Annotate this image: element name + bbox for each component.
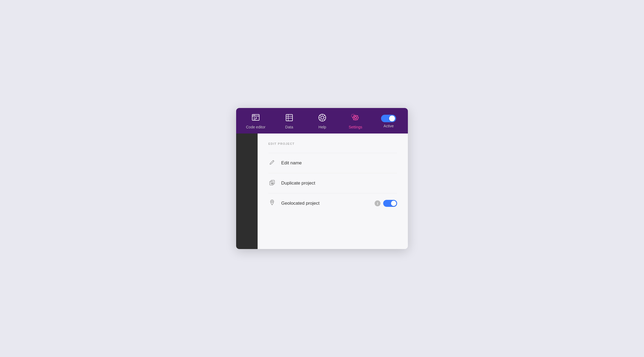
svg-line-20 (320, 119, 321, 120)
info-icon[interactable]: i (375, 200, 380, 206)
nav-label-help: Help (319, 125, 326, 129)
nav-label-data: Data (285, 125, 293, 129)
active-toggle-wrap: Active (376, 115, 401, 128)
nav-item-code-editor[interactable]: Code editor (243, 112, 268, 131)
svg-line-19 (323, 115, 325, 117)
svg-line-18 (323, 119, 325, 120)
geolocated-toggle[interactable] (383, 200, 397, 207)
nav-item-help[interactable]: Help (310, 112, 334, 131)
code-editor-icon (251, 113, 260, 123)
duplicate-project-label: Duplicate project (281, 181, 397, 186)
sidebar (236, 134, 258, 249)
svg-point-28 (271, 201, 273, 203)
menu-item-geolocated-project[interactable]: Geolocated project i (268, 193, 397, 213)
help-icon (318, 113, 327, 123)
geolocated-project-label: Geolocated project (281, 201, 369, 206)
app-window: Code editor Data (236, 108, 408, 249)
active-toggle-label: Active (383, 124, 394, 128)
menu-items: Edit name Duplicate project (268, 153, 397, 213)
svg-rect-7 (286, 114, 292, 121)
nav-label-code-editor: Code editor (246, 125, 265, 129)
pencil-icon (268, 159, 276, 167)
settings-icon (351, 113, 360, 123)
svg-rect-24 (271, 180, 275, 184)
location-icon (268, 199, 276, 207)
edit-name-label: Edit name (281, 160, 397, 166)
data-icon (285, 113, 294, 123)
geolocated-right: i (375, 200, 397, 207)
menu-item-edit-name[interactable]: Edit name (268, 153, 397, 173)
svg-line-23 (273, 160, 274, 161)
top-nav: Code editor Data (236, 108, 408, 134)
active-toggle[interactable] (381, 115, 396, 122)
nav-item-data[interactable]: Data (277, 112, 301, 131)
svg-point-22 (354, 117, 357, 119)
duplicate-icon (268, 179, 276, 187)
svg-point-12 (321, 116, 324, 119)
nav-label-settings: Settings (349, 125, 362, 129)
nav-item-settings[interactable]: Settings (343, 112, 368, 131)
app-body: EDIT PROJECT Edit name (236, 134, 408, 249)
svg-line-17 (320, 115, 321, 117)
main-content: EDIT PROJECT Edit name (258, 134, 408, 249)
menu-item-duplicate-project[interactable]: Duplicate project (268, 173, 397, 193)
section-title: EDIT PROJECT (268, 142, 397, 145)
